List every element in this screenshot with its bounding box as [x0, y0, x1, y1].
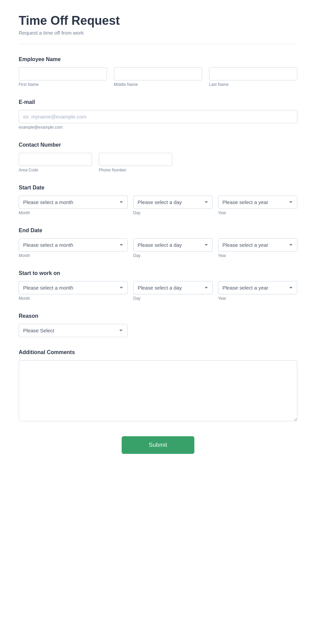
work-month-group: Please select a month JanuaryFebruaryMar…	[19, 281, 128, 301]
start-day-group: Please select a day Day	[133, 196, 212, 215]
first-name-input[interactable]	[19, 67, 107, 80]
middle-name-group: Middle Name	[114, 67, 202, 87]
start-year-hint: Year	[218, 210, 297, 215]
contact-label: Contact Number	[19, 142, 297, 148]
divider	[19, 44, 297, 44]
email-group: example@example.com	[19, 110, 297, 130]
last-name-hint: Last Name	[209, 82, 297, 87]
start-work-label: Start to work on	[19, 270, 297, 276]
employee-name-label: Employee Name	[19, 56, 297, 62]
page-title: Time Off Request	[19, 14, 297, 28]
start-year-select[interactable]: Please select a year 202420252026	[218, 196, 297, 209]
end-month-select[interactable]: Please select a month JanuaryFebruaryMar…	[19, 238, 128, 252]
work-month-select[interactable]: Please select a month JanuaryFebruaryMar…	[19, 281, 128, 294]
end-date-label: End Date	[19, 227, 297, 234]
end-day-select[interactable]: Please select a day	[133, 238, 212, 252]
employee-name-section: Employee Name First Name Middle Name Las…	[19, 56, 297, 87]
work-month-hint: Month	[19, 296, 128, 301]
start-date-row: Please select a month JanuaryFebruaryMar…	[19, 196, 297, 215]
start-work-row: Please select a month JanuaryFebruaryMar…	[19, 281, 297, 301]
work-year-group: Please select a year 202420252026 Year	[218, 281, 297, 301]
first-name-group: First Name	[19, 67, 107, 87]
end-date-row: Please select a month JanuaryFebruaryMar…	[19, 238, 297, 258]
reason-group: Please Select Vacation Sick Leave Person…	[19, 324, 297, 337]
reason-select[interactable]: Please Select Vacation Sick Leave Person…	[19, 324, 127, 337]
area-code-group: Area Code	[19, 153, 92, 172]
last-name-group: Last Name	[209, 67, 297, 87]
start-date-section: Start Date Please select a month January…	[19, 185, 297, 215]
middle-name-input[interactable]	[114, 67, 202, 80]
start-date-label: Start Date	[19, 185, 297, 191]
end-day-hint: Day	[133, 253, 212, 258]
reason-label: Reason	[19, 313, 297, 319]
email-hint: example@example.com	[19, 125, 297, 130]
area-code-hint: Area Code	[19, 168, 92, 172]
email-label: E-mail	[19, 99, 297, 105]
start-day-select[interactable]: Please select a day	[133, 196, 212, 209]
start-year-group: Please select a year 202420252026 Year	[218, 196, 297, 215]
comments-label: Additional Comments	[19, 349, 297, 355]
phone-group: Phone Number	[99, 153, 172, 172]
comments-textarea[interactable]	[19, 360, 297, 421]
phone-input[interactable]	[99, 153, 172, 166]
work-year-hint: Year	[218, 296, 297, 301]
end-month-hint: Month	[19, 253, 128, 258]
contact-section: Contact Number Area Code Phone Number	[19, 142, 297, 172]
first-name-hint: First Name	[19, 82, 107, 87]
submit-container: Submit	[19, 436, 297, 454]
start-month-group: Please select a month JanuaryFebruaryMar…	[19, 196, 128, 215]
end-month-group: Please select a month JanuaryFebruaryMar…	[19, 238, 128, 258]
reason-section: Reason Please Select Vacation Sick Leave…	[19, 313, 297, 337]
end-date-section: End Date Please select a month JanuaryFe…	[19, 227, 297, 258]
work-day-group: Please select a day Day	[133, 281, 212, 301]
end-year-select[interactable]: Please select a year 202420252026	[218, 238, 297, 252]
last-name-input[interactable]	[209, 67, 297, 80]
email-section: E-mail example@example.com	[19, 99, 297, 130]
end-year-group: Please select a year 202420252026 Year	[218, 238, 297, 258]
end-year-hint: Year	[218, 253, 297, 258]
work-day-select[interactable]: Please select a day	[133, 281, 212, 294]
contact-row: Area Code Phone Number	[19, 153, 297, 172]
middle-name-hint: Middle Name	[114, 82, 202, 87]
start-month-select[interactable]: Please select a month JanuaryFebruaryMar…	[19, 196, 128, 209]
start-month-hint: Month	[19, 210, 128, 215]
submit-button[interactable]: Submit	[122, 436, 195, 454]
area-code-input[interactable]	[19, 153, 92, 166]
phone-hint: Phone Number	[99, 168, 172, 172]
comments-section: Additional Comments	[19, 349, 297, 423]
email-input[interactable]	[19, 110, 297, 123]
start-day-hint: Day	[133, 210, 212, 215]
start-work-section: Start to work on Please select a month J…	[19, 270, 297, 301]
page-header: Time Off Request Request a time off from…	[19, 14, 297, 36]
work-day-hint: Day	[133, 296, 212, 301]
employee-name-row: First Name Middle Name Last Name	[19, 67, 297, 87]
time-off-form: Employee Name First Name Middle Name Las…	[19, 56, 297, 454]
page-subtitle: Request a time off from work	[19, 30, 297, 36]
work-year-select[interactable]: Please select a year 202420252026	[218, 281, 297, 294]
end-day-group: Please select a day Day	[133, 238, 212, 258]
